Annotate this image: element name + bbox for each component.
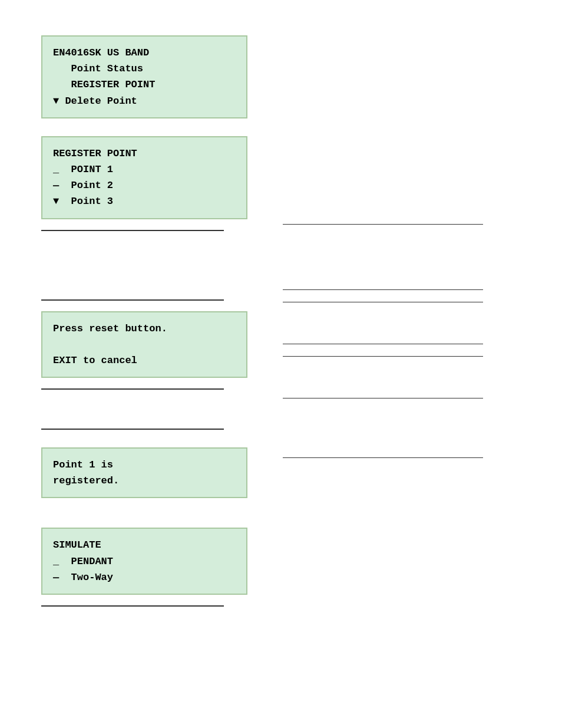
screen1-line2: Point Status [53, 61, 236, 77]
divider-1 [41, 230, 224, 231]
screen3-line1: Press reset button. [53, 321, 236, 337]
screen2-line3: — Point 2 [53, 177, 236, 193]
screen2-line4: ▼ Point 3 [53, 193, 236, 209]
screen1-line3: REGISTER POINT [53, 77, 236, 93]
right-divider-5 [283, 356, 483, 357]
divider-3 [41, 388, 224, 390]
spacer4 [41, 440, 247, 447]
divider-4 [41, 429, 224, 430]
screen5-line3: — Two-Way [53, 569, 236, 585]
screen4-line1: Point 1 is [53, 457, 236, 473]
divider-5 [41, 605, 224, 607]
spacer2 [41, 242, 247, 271]
spacer1 [41, 118, 247, 136]
left-column: EN4016SK US BAND Point Status REGISTER P… [0, 0, 271, 728]
screen-1-menu: EN4016SK US BAND Point Status REGISTER P… [41, 35, 247, 118]
divider-2 [41, 299, 224, 301]
screen-5-menu: SIMULATE _ PENDANT — Two-Way [41, 528, 247, 595]
screen5-line1: SIMULATE [53, 537, 236, 553]
right-mid-spacer3 [283, 363, 538, 392]
right-mid-spacer4 [283, 404, 538, 452]
screen-2-menu: REGISTER POINT _ POINT 1 — Point 2 ▼ Poi… [41, 136, 247, 219]
screen1-line4: ▼ Delete Point [53, 93, 236, 109]
right-column [271, 0, 562, 728]
screen-4-message: Point 1 is registered. [41, 447, 247, 498]
screen5-line2: _ PENDANT [53, 554, 236, 569]
screen2-line1: REGISTER POINT [53, 146, 236, 162]
screen4-line2: registered. [53, 473, 236, 489]
right-top-spacer [283, 35, 538, 218]
right-divider-2 [283, 289, 483, 290]
screen3-spacer [53, 337, 236, 353]
screen3-line2: EXIT to cancel [53, 353, 236, 368]
right-divider-1 [283, 224, 483, 225]
screen-3-message: Press reset button. EXIT to cancel [41, 311, 247, 378]
spacer5 [41, 498, 247, 528]
right-divider-4 [283, 344, 483, 344]
right-divider-3 [283, 302, 483, 302]
spacer3 [41, 400, 247, 418]
right-divider-6 [283, 398, 483, 398]
right-mid-spacer2 [283, 308, 538, 338]
right-mid-spacer1 [283, 230, 538, 284]
screen1-line1: EN4016SK US BAND [53, 45, 236, 61]
screen2-line2: _ POINT 1 [53, 162, 236, 177]
spacer2b [41, 271, 247, 289]
right-divider-7 [283, 457, 483, 458]
